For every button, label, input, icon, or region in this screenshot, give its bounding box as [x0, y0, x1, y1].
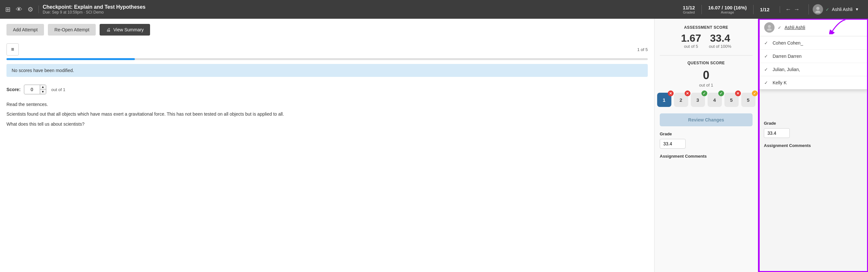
average-label: Average [708, 10, 747, 14]
right-grade-label: Grade [764, 121, 863, 126]
dropdown-name-darren: Darren Darren [773, 54, 801, 59]
assignment-comments-label: Assignment Comments [660, 154, 752, 159]
bubble-2-wrapper: 2 ✕ [674, 93, 688, 107]
score-label: Score: [6, 87, 21, 92]
dropdown-name-kelly: Kelly K [773, 80, 787, 85]
progress-bar-container [0, 58, 654, 60]
bubble-6-badge: ✓ [752, 91, 758, 96]
content-paragraph1: Scientists found out that all objects wh… [6, 110, 648, 117]
gear-icon[interactable]: ⚙ [28, 5, 33, 13]
assignment-comments-section: Assignment Comments [660, 154, 752, 159]
dropdown-item-cohen[interactable]: ✓ Cohen Cohen_ [759, 36, 868, 49]
user-name: Ashli Ashli [832, 7, 852, 12]
graded-label: Graded [683, 10, 695, 14]
add-attempt-button[interactable]: Add Attempt [6, 24, 44, 36]
check-julian: ✓ [764, 67, 769, 72]
dropdown-item-darren[interactable]: ✓ Darren Darren [759, 50, 868, 63]
bubble-5[interactable]: 5 ✕ [724, 93, 739, 107]
score1-label: out of 5 [681, 44, 701, 49]
right-assignment-comments: Assignment Comments [764, 143, 863, 148]
progress-track [6, 58, 648, 60]
info-message: No scores have been modified. [12, 68, 74, 73]
question-score: 0 [660, 68, 752, 82]
hamburger-button[interactable]: ≡ [6, 43, 19, 56]
bubble-6[interactable]: 5 ✓ [741, 93, 755, 107]
view-summary-button[interactable]: 🖨 View Summary [100, 24, 150, 36]
graded-stat: 11/12 Graded [676, 5, 702, 14]
left-panel: Add Attempt Re-Open Attempt 🖨 View Summa… [0, 19, 655, 272]
nav-stat: 1/12 [753, 7, 776, 12]
right-panel-content: Grade Assignment Comments [759, 116, 868, 156]
average-value: 16.07 / 100 (16%) [708, 5, 747, 10]
view-summary-label: View Summary [113, 27, 144, 32]
svg-point-0 [816, 7, 819, 10]
bubble-2-badge: ✕ [685, 91, 690, 96]
assessment-heading: ASSESSMENT SCORE [660, 25, 752, 30]
score-input[interactable] [24, 86, 40, 93]
bubble-3[interactable]: 3 ✓ [691, 93, 705, 107]
dropdown-item-kelly[interactable]: ✓ Kelly K [759, 76, 868, 89]
content-text: Read the sentences. Scientists found out… [0, 98, 654, 133]
check-cohen: ✓ [764, 40, 769, 45]
question-score-section: QUESTION SCORE 0 out of 1 [660, 61, 752, 88]
main-layout: Add Attempt Re-Open Attempt 🖨 View Summa… [0, 19, 868, 272]
eye-icon[interactable]: 👁 [16, 6, 22, 13]
reopen-attempt-button[interactable]: Re-Open Attempt [48, 24, 96, 36]
bubble-4-wrapper: 4 ✓ [708, 93, 722, 107]
question-heading: QUESTION SCORE [660, 61, 752, 65]
dropdown-avatar [764, 22, 775, 33]
score2-value: 33.4 [709, 33, 731, 43]
score2-block: 33.4 out of 100% [709, 33, 731, 49]
assignment-title: Checkpoint: Explain and Test Hypotheses [43, 4, 672, 10]
review-changes-button[interactable]: Review Changes [660, 113, 752, 126]
question-bubbles: 1 ✕ 2 ✕ 3 ✓ 4 ✓ [660, 93, 752, 107]
user-dropdown-trigger[interactable]: ✓ Ashli Ashli ▼ [808, 4, 863, 14]
bubble-2[interactable]: 2 ✕ [674, 93, 688, 107]
content-line1: Read the sentences. [6, 101, 648, 108]
dropdown-check-header: ✓ [778, 25, 781, 30]
svg-point-1 [815, 11, 820, 13]
grid-icon[interactable]: ⊞ [5, 5, 11, 13]
stats-block: 11/12 Graded 16.07 / 100 (16%) Average 1… [676, 5, 776, 14]
score-up-button[interactable]: ▲ [40, 85, 46, 90]
dropdown-item-julian[interactable]: ✓ Julian, Julian, [759, 63, 868, 76]
dropdown-name-cohen: Cohen Cohen_ [773, 40, 803, 45]
assessment-score-section: ASSESSMENT SCORE 1.67 out of 5 33.4 out … [660, 25, 752, 49]
user-dropdown-menu: ✓ Ashli Ashli ✓ Cohen Cohen_ ✓ Darren Da… [759, 19, 868, 90]
progress-fill [6, 58, 135, 60]
nav-value: 1/12 [760, 7, 769, 12]
right-grade-input[interactable] [764, 128, 790, 138]
bubble-1[interactable]: 1 ✕ [657, 93, 671, 107]
question-count: 1 of 5 [637, 47, 648, 52]
svg-point-3 [768, 25, 771, 28]
user-dropdown-arrow: ▼ [855, 7, 859, 12]
score2-label: out of 100% [709, 44, 731, 49]
assignment-subtitle: Due: Sep 9 at 10:59pm · SCI Demo [43, 10, 672, 14]
bubble-1-badge: ✕ [668, 91, 674, 96]
score1-value: 1.67 [681, 33, 701, 43]
bubble-3-badge: ✓ [702, 91, 707, 96]
score-input-wrapper: ▲ ▼ [24, 84, 46, 94]
check-darren: ✓ [764, 54, 769, 59]
grade-section: Grade [660, 132, 752, 148]
info-box: No scores have been modified. [6, 64, 648, 77]
top-bar: ⊞ 👁 ⚙ Checkpoint: Explain and Test Hypot… [0, 0, 868, 19]
bubble-4-badge: ✓ [718, 91, 724, 96]
next-arrow[interactable]: → [794, 6, 800, 13]
graded-value: 11/12 [683, 5, 695, 10]
check-kelly: ✓ [764, 80, 769, 85]
dropdown-header: ✓ Ashli Ashli [759, 19, 868, 36]
question-out-of: out of 1 [660, 83, 752, 88]
user-avatar [813, 4, 823, 14]
prev-arrow[interactable]: ← [785, 6, 791, 13]
dropdown-current-user: Ashli Ashli [784, 25, 805, 30]
svg-point-4 [767, 28, 772, 31]
bubble-1-wrapper: 1 ✕ [657, 93, 671, 107]
score-values: 1.67 out of 5 33.4 out of 100% [660, 33, 752, 49]
score-out-of: out of 1 [52, 87, 65, 92]
score-down-button[interactable]: ▼ [40, 90, 46, 94]
middle-panel: ASSESSMENT SCORE 1.67 out of 5 33.4 out … [655, 19, 758, 272]
grade-input[interactable] [660, 139, 686, 148]
bubble-4[interactable]: 4 ✓ [708, 93, 722, 107]
bubble-5-badge: ✕ [735, 91, 741, 96]
